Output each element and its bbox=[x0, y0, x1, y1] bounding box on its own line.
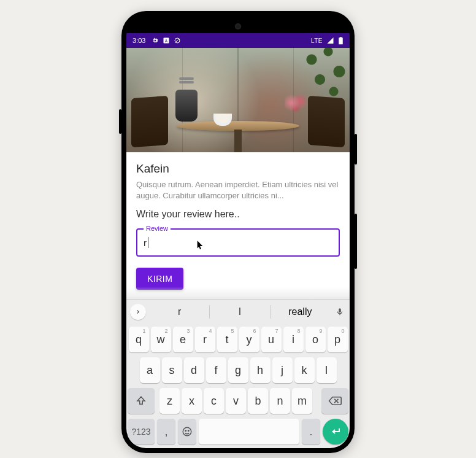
soft-keyboard: r I really q1w2e3r4t5y6u7i8o9p0 asdfghjk… bbox=[126, 299, 350, 448]
key-s[interactable]: s bbox=[162, 357, 182, 383]
phone-screen: 3:03 A LTE Kafein Quisque rutrum. Aenean… bbox=[126, 16, 350, 448]
phone-frame: 3:03 A LTE Kafein Quisque rutrum. Aenean… bbox=[121, 11, 355, 453]
key-b[interactable]: b bbox=[248, 388, 268, 414]
svg-point-7 bbox=[188, 430, 190, 432]
key-c[interactable]: c bbox=[204, 388, 224, 414]
square-a-icon: A bbox=[163, 37, 170, 44]
key-g[interactable]: g bbox=[228, 357, 248, 383]
keyboard-row-3: zxcvbnm bbox=[126, 386, 350, 416]
key-k[interactable]: k bbox=[294, 357, 315, 383]
status-bar: 3:03 A LTE bbox=[126, 33, 350, 48]
enter-key[interactable] bbox=[323, 419, 348, 444]
voice-input-button[interactable] bbox=[330, 306, 350, 317]
shift-icon bbox=[136, 395, 147, 406]
svg-point-6 bbox=[185, 430, 186, 432]
svg-rect-3 bbox=[339, 37, 343, 44]
side-button bbox=[355, 214, 357, 269]
key-m[interactable]: m bbox=[292, 388, 312, 414]
comma-key[interactable]: , bbox=[157, 419, 175, 444]
network-label: LTE bbox=[311, 37, 323, 44]
hero-image bbox=[126, 48, 350, 152]
svg-point-5 bbox=[183, 427, 191, 436]
backspace-icon bbox=[328, 396, 342, 406]
place-title: Kafein bbox=[136, 162, 340, 176]
review-input[interactable]: Review r bbox=[136, 228, 340, 257]
suggestion-2[interactable]: I bbox=[210, 306, 269, 317]
battery-icon bbox=[338, 37, 344, 45]
keyboard-row-1: q1w2e3r4t5y6u7i8o9p0 bbox=[126, 324, 350, 355]
emoji-icon bbox=[182, 426, 193, 437]
key-y[interactable]: y6 bbox=[239, 327, 259, 352]
key-h[interactable]: h bbox=[250, 357, 271, 383]
key-j[interactable]: j bbox=[272, 357, 293, 383]
backspace-key[interactable] bbox=[321, 388, 348, 414]
key-p[interactable]: p0 bbox=[328, 327, 348, 352]
key-v[interactable]: v bbox=[226, 388, 246, 414]
suggestion-1[interactable]: r bbox=[150, 306, 209, 317]
chevron-right-icon bbox=[135, 309, 141, 315]
svg-rect-4 bbox=[340, 37, 342, 37]
key-t[interactable]: t5 bbox=[217, 327, 237, 352]
signal-icon bbox=[326, 37, 334, 44]
review-input-value: r bbox=[144, 237, 332, 248]
key-f[interactable]: f bbox=[206, 357, 226, 383]
front-camera bbox=[235, 23, 241, 29]
key-d[interactable]: d bbox=[184, 357, 204, 383]
key-w[interactable]: w2 bbox=[151, 327, 171, 352]
place-description: Quisque rutrum. Aenean imperdiet. Etiam … bbox=[136, 179, 340, 201]
emoji-key[interactable] bbox=[178, 419, 196, 444]
review-heading: Write your review here.. bbox=[136, 209, 340, 220]
key-n[interactable]: n bbox=[270, 388, 290, 414]
space-key[interactable] bbox=[199, 419, 299, 444]
period-key[interactable]: . bbox=[302, 419, 320, 444]
microphone-icon bbox=[336, 306, 344, 317]
no-sim-icon bbox=[174, 37, 181, 44]
key-r[interactable]: r4 bbox=[195, 327, 215, 352]
suggestion-3[interactable]: really bbox=[271, 306, 330, 317]
status-time: 3:03 bbox=[132, 37, 145, 44]
key-a[interactable]: a bbox=[140, 357, 160, 383]
keyboard-row-2: asdfghjkl bbox=[126, 355, 350, 386]
side-button bbox=[119, 109, 121, 134]
shift-key[interactable] bbox=[128, 388, 155, 414]
key-o[interactable]: o9 bbox=[305, 327, 326, 352]
review-input-label: Review bbox=[144, 225, 171, 232]
enter-icon bbox=[330, 427, 341, 436]
key-q[interactable]: q1 bbox=[129, 327, 149, 352]
key-u[interactable]: u7 bbox=[261, 327, 282, 352]
suggestion-bar: r I really bbox=[126, 299, 350, 324]
symbols-key[interactable]: ?123 bbox=[128, 419, 155, 444]
expand-suggestions-button[interactable] bbox=[130, 304, 146, 320]
key-z[interactable]: z bbox=[159, 388, 180, 414]
side-button bbox=[355, 134, 357, 165]
key-i[interactable]: i8 bbox=[283, 327, 304, 352]
key-l[interactable]: l bbox=[317, 357, 337, 383]
key-x[interactable]: x bbox=[182, 388, 202, 414]
gear-icon bbox=[152, 37, 159, 44]
svg-text:A: A bbox=[165, 39, 168, 43]
keyboard-row-4: ?123 , . bbox=[126, 416, 350, 447]
key-e[interactable]: e3 bbox=[173, 327, 193, 352]
keyboard-row-3-letters: zxcvbnm bbox=[159, 388, 317, 414]
